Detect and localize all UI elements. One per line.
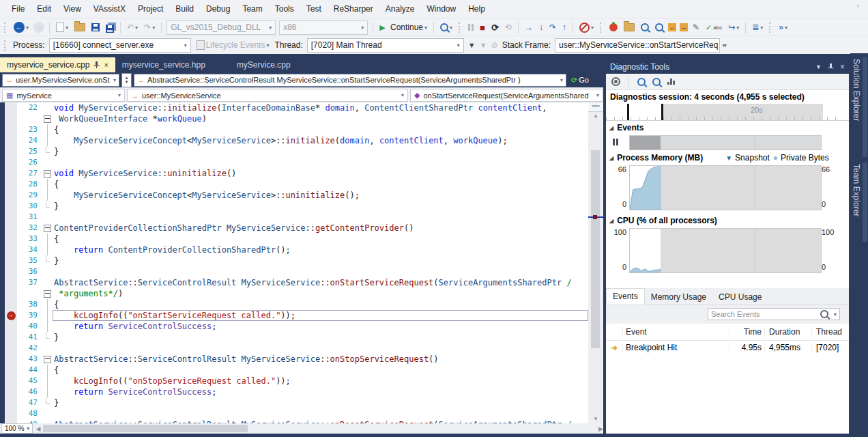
code-line-45[interactable]: 45 kcLogInfo(("onStopServiceRequest call…	[5, 376, 588, 386]
memory-plot-area[interactable]	[629, 165, 822, 210]
save-button[interactable]	[90, 22, 101, 33]
solution-configuration-combo[interactable]: GL_vs2015_Debug_DLL▾	[167, 20, 276, 35]
undo-button[interactable]: ↶▾	[126, 21, 139, 33]
editor-horizontal-scrollbar[interactable]	[43, 425, 596, 432]
menu-build[interactable]: Build	[169, 1, 200, 17]
breakpoint-gutter[interactable]	[5, 354, 17, 365]
scroll-left-arrow[interactable]: ◀	[35, 425, 40, 432]
step-out-button[interactable]: ↑	[561, 21, 568, 33]
code-text[interactable]: AbstractService::ServiceControlResult My…	[53, 277, 588, 288]
menu-resharper[interactable]: ReSharper	[328, 1, 379, 17]
breakpoint-gutter[interactable]	[5, 146, 17, 157]
fold-toggle-icon[interactable]	[42, 288, 53, 299]
breakpoint-gutter[interactable]	[5, 190, 17, 201]
code-text[interactable]: }	[53, 397, 588, 408]
find-in-files-button[interactable]	[639, 22, 650, 33]
breakpoint-gutter[interactable]	[5, 386, 17, 397]
code-line-36[interactable]: 36	[5, 266, 588, 277]
code-line-23[interactable]: 23{	[5, 124, 588, 135]
breakpoint-gutter[interactable]	[5, 288, 17, 299]
menu-file[interactable]: File	[5, 1, 31, 17]
breakpoint-gutter[interactable]	[5, 277, 17, 288]
code-text[interactable]: WorkQueueInterface *workQueue)	[53, 113, 588, 124]
event-row[interactable]: ➔Breakpoint Hit4.95s4,955ms[7020]	[606, 340, 849, 355]
code-line-wrap[interactable]: WorkQueueInterface *workQueue)	[5, 113, 588, 124]
breakpoint-gutter[interactable]	[5, 135, 17, 146]
events-track[interactable]	[629, 135, 822, 150]
break-all-button[interactable]	[467, 23, 475, 32]
restart-button[interactable]: ⟳	[490, 21, 500, 34]
menu-analyze[interactable]: Analyze	[379, 1, 421, 17]
code-text[interactable]: }	[53, 255, 588, 266]
fold-toggle-icon[interactable]	[42, 113, 53, 124]
rename-button[interactable]: ✎	[691, 21, 701, 33]
type-dropdown[interactable]: → user::MyServiceService▾	[127, 89, 408, 102]
tab-myservice-service-hpp[interactable]: myservice_service.hpp	[115, 57, 212, 72]
menu-window[interactable]: Window	[420, 1, 462, 17]
cpu-section-header[interactable]: ◢ CPU (% of all processors)	[606, 214, 849, 227]
cpu-plot-area[interactable]	[629, 228, 822, 273]
navigate-back-button[interactable]: ←▾	[12, 20, 30, 34]
menu-project[interactable]: Project	[132, 1, 169, 17]
stack-frame-combo[interactable]: user::MyServiceService::onStartServiceRe…	[555, 38, 720, 53]
open-corresponding-file-button[interactable]: ↪▾	[727, 21, 740, 33]
breakpoint-gutter[interactable]	[5, 234, 17, 244]
code-text[interactable]: {	[53, 179, 588, 190]
va-definition-combo[interactable]: → AbstractService::ServiceControlResult …	[134, 74, 566, 87]
splitter-handle[interactable]: ══	[588, 102, 603, 112]
menu-tools[interactable]: Tools	[269, 1, 300, 17]
column-time[interactable]: Time	[729, 327, 764, 337]
code-text[interactable]: void MyServiceService::initialize(Interf…	[53, 102, 588, 113]
list-methods-button[interactable]: ≣▾	[751, 21, 764, 33]
suspend-threads-icon[interactable]: ⊘	[491, 40, 498, 50]
close-icon[interactable]: ×	[840, 62, 845, 72]
search-options-dropdown[interactable]: ▾	[834, 311, 837, 318]
code-line-25[interactable]: 25}	[5, 146, 588, 157]
pin-icon[interactable]	[828, 64, 834, 70]
code-text[interactable]: {	[53, 299, 588, 310]
memory-section-header[interactable]: ◢ Process Memory (MB) ▼Snapshot ●Private…	[606, 152, 849, 164]
continue-button[interactable]: ▶ Continue▾	[378, 21, 429, 33]
solution-platform-combo[interactable]: x86▾	[279, 20, 368, 35]
code-line-24[interactable]: 24 MyServiceServiceConcept<MyServiceServ…	[5, 135, 588, 146]
lifecycle-events-button[interactable]: Lifecycle Events▾	[195, 39, 271, 51]
breakpoint-gutter[interactable]	[5, 321, 17, 332]
breakpoint-gutter[interactable]	[5, 212, 17, 223]
code-text[interactable]: kcLogInfo(("onStartServiceRequest called…	[53, 310, 588, 321]
breakpoint-gutter[interactable]	[5, 124, 17, 135]
project-dropdown[interactable]: ▦ myService▾	[2, 89, 125, 102]
code-line-38[interactable]: 38{	[5, 299, 588, 310]
collapse-triangle-icon[interactable]: ◢	[609, 125, 613, 131]
code-text[interactable]: void MyServiceService::uninitialize()	[53, 168, 588, 179]
member-dropdown[interactable]: ◆ onStartServiceRequest(ServiceArguments…	[410, 89, 603, 102]
breakpoint-gutter[interactable]	[5, 376, 17, 386]
find-symbol-button[interactable]	[654, 22, 665, 33]
column-duration[interactable]: Duration	[764, 327, 811, 337]
code-line-35[interactable]: 35}	[5, 255, 588, 266]
timeline-ruler[interactable]: 20s	[606, 104, 849, 121]
breakpoint-gutter[interactable]	[5, 343, 17, 354]
code-line-40[interactable]: 40 return ServiceControlSuccess;	[5, 321, 588, 332]
code-line-26[interactable]: 26	[5, 157, 588, 168]
zoom-in-icon[interactable]	[637, 78, 646, 86]
toolbar-grip[interactable]	[4, 23, 8, 33]
tab-list-dropdown[interactable]: ▼	[855, 3, 861, 10]
code-line-37[interactable]: 37AbstractService::ServiceControlResult …	[5, 277, 588, 288]
code-text[interactable]: return ServiceControlSuccess;	[53, 386, 588, 397]
code-text[interactable]: }	[53, 146, 588, 157]
navigate-forward-va-button[interactable]: →	[680, 23, 688, 31]
code-line-47[interactable]: 47}	[5, 397, 588, 408]
breakpoint-gutter[interactable]	[5, 266, 17, 277]
breakpoint-gutter[interactable]	[5, 168, 17, 179]
breakpoint-gutter[interactable]	[5, 244, 17, 255]
settings-gear-icon[interactable]	[611, 77, 620, 86]
apply-code-changes-button[interactable]: ⟲	[504, 21, 513, 33]
toolbar-grip[interactable]	[4, 40, 8, 51]
toggle-breakpoints-button[interactable]: ▾	[578, 21, 595, 34]
fold-toggle-icon[interactable]	[42, 168, 53, 179]
scroll-right-arrow[interactable]: ▶	[598, 425, 603, 432]
column-thread[interactable]: Thread	[811, 327, 849, 337]
tab-memory-usage[interactable]: Memory Usage	[645, 290, 712, 305]
navigate-forward-button[interactable]: →	[33, 22, 44, 33]
va-spinner[interactable]: ▲▼	[121, 73, 132, 87]
